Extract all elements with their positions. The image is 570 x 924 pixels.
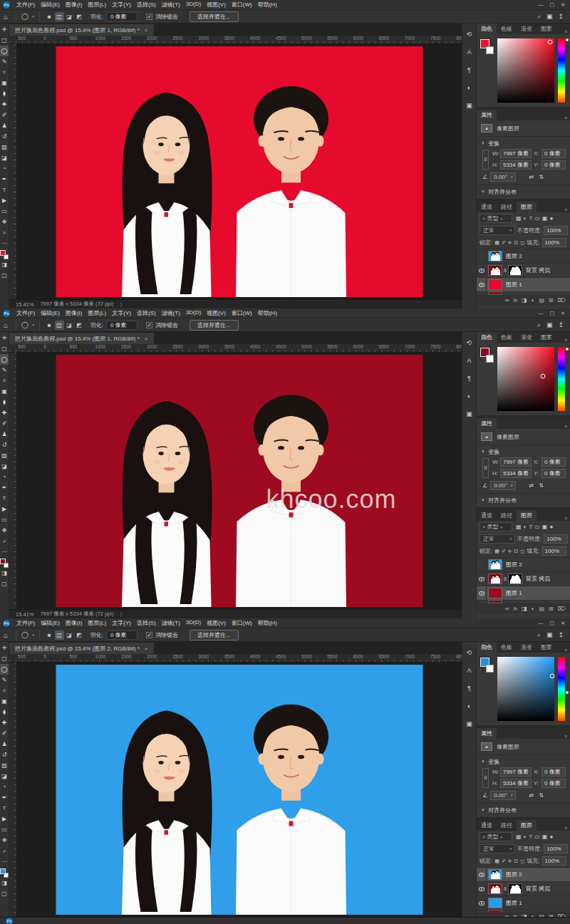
- clone-stamp-tool[interactable]: ♟: [0, 739, 9, 749]
- height-input[interactable]: 5334 像素: [500, 469, 532, 478]
- screen-mode-button[interactable]: ▢: [0, 578, 9, 589]
- status-expand-icon[interactable]: ⟩: [120, 301, 122, 308]
- tab-color-1[interactable]: 色板: [497, 332, 517, 343]
- shape-tool[interactable]: ▭: [0, 206, 9, 217]
- lock-position-icon[interactable]: ✛: [508, 549, 512, 554]
- selection-mode-button-0[interactable]: ■: [45, 12, 54, 21]
- quick-selection-tool[interactable]: ✎: [0, 56, 9, 67]
- search-icon[interactable]: ⌕: [537, 13, 541, 21]
- photo-couple-portrait[interactable]: [56, 46, 423, 297]
- lock-artboard-icon[interactable]: ⊡: [514, 240, 519, 246]
- layer-style-icon[interactable]: fx: [514, 606, 517, 611]
- hue-slider[interactable]: [558, 657, 565, 721]
- menu-item-6[interactable]: 滤镜(T): [159, 1, 183, 9]
- minimize-button[interactable]: —: [539, 311, 544, 316]
- type-tool[interactable]: T: [0, 493, 9, 504]
- eyedropper-tool[interactable]: ⧫: [0, 397, 9, 408]
- height-input[interactable]: 5334 像素: [500, 779, 532, 788]
- flip-vertical-icon[interactable]: ⇅: [539, 482, 544, 489]
- workspace-icon[interactable]: ▣: [546, 631, 553, 638]
- layer-name[interactable]: 背景 拷贝: [526, 885, 550, 893]
- tab-layers-2[interactable]: 图层: [517, 202, 537, 212]
- hue-slider-marker[interactable]: [566, 691, 569, 694]
- menu-item-1[interactable]: 编辑(E): [38, 309, 63, 317]
- menu-item-6[interactable]: 滤镜(T): [159, 619, 183, 627]
- menu-item-7[interactable]: 3D(D): [183, 619, 204, 627]
- menu-item-10[interactable]: 帮助(H): [255, 1, 280, 9]
- clone-stamp-tool[interactable]: ♟: [0, 120, 9, 131]
- new-adjustment-layer-icon[interactable]: ◐: [532, 606, 535, 612]
- crop-tool[interactable]: ⌗: [0, 67, 9, 78]
- eyedropper-tool[interactable]: ⧫: [0, 88, 9, 99]
- layer-row[interactable]: 图层 2: [477, 249, 570, 264]
- adjustments-panel-icon[interactable]: ◐: [467, 84, 471, 91]
- hand-tool[interactable]: ✥: [0, 217, 9, 227]
- status-expand-icon[interactable]: ⟩: [120, 611, 122, 618]
- layer-thumbnail[interactable]: [489, 266, 502, 275]
- lasso-tool[interactable]: ◯: [0, 46, 9, 56]
- layer-row[interactable]: 图层 1: [477, 586, 570, 601]
- filter-smart-objects-icon[interactable]: ▣: [542, 834, 548, 840]
- new-group-icon[interactable]: ▤: [539, 606, 544, 612]
- layer-name[interactable]: 背景 拷贝: [526, 575, 550, 583]
- hue-slider-marker[interactable]: [566, 348, 569, 351]
- close-button[interactable]: ✕: [561, 2, 565, 8]
- filter-adjustment-layers-icon[interactable]: ◐: [524, 215, 527, 222]
- menu-item-10[interactable]: 帮助(H): [255, 309, 280, 317]
- tab-layers-2[interactable]: 图层: [517, 510, 537, 521]
- menu-item-3[interactable]: 图层(L): [85, 619, 109, 627]
- antialias-checkbox[interactable]: ✓: [146, 322, 152, 328]
- menu-item-4[interactable]: 文字(Y): [109, 1, 134, 9]
- tab-layers-0[interactable]: 通道: [477, 202, 497, 212]
- menu-item-2[interactable]: 图像(I): [63, 309, 86, 317]
- layer-thumbnail[interactable]: [489, 870, 502, 879]
- tab-color-3[interactable]: 图案: [537, 332, 556, 343]
- selection-mode-button-2[interactable]: ◪: [65, 12, 74, 21]
- brush-tool[interactable]: ✐: [0, 728, 9, 739]
- foreground-background-swatches[interactable]: [0, 868, 9, 878]
- tab-color-2[interactable]: 渐变: [517, 24, 537, 34]
- pen-tool[interactable]: ✒: [0, 482, 9, 493]
- flip-vertical-icon[interactable]: ⇅: [539, 174, 544, 180]
- healing-brush-tool[interactable]: ✚: [0, 408, 9, 418]
- select-and-mask-button[interactable]: 选择并遮住...: [190, 11, 239, 22]
- layer-thumbnail[interactable]: [489, 884, 502, 893]
- chevron-down-icon[interactable]: ▼: [481, 808, 485, 812]
- canvas[interactable]: [17, 663, 462, 917]
- document-tab[interactable]: 照片换底色教程.psd @ 15.4% (图层 1, RGB/8#) * ×: [9, 333, 154, 344]
- opacity-input[interactable]: 100%: [544, 534, 568, 544]
- chevron-down-icon[interactable]: ▼: [481, 759, 485, 764]
- zoom-level[interactable]: 15.41%: [16, 611, 33, 618]
- lasso-tool[interactable]: ◯: [0, 664, 9, 675]
- lock-paint-icon[interactable]: ✐: [502, 858, 506, 864]
- character-panel-icon[interactable]: A: [467, 667, 471, 674]
- layer-name[interactable]: 图层 2: [506, 252, 522, 260]
- width-input[interactable]: 7997 像素: [500, 149, 532, 158]
- color-picker-marker[interactable]: [549, 674, 554, 679]
- foreground-background-swatches[interactable]: [0, 559, 9, 568]
- link-layers-icon[interactable]: ∞: [505, 913, 509, 917]
- home-icon[interactable]: ⌂: [4, 13, 8, 21]
- layer-thumbnail[interactable]: [489, 560, 502, 569]
- layer-thumbnail[interactable]: [489, 898, 502, 908]
- tab-properties[interactable]: 属性: [477, 418, 497, 429]
- tab-properties[interactable]: 属性: [477, 728, 497, 739]
- quick-selection-tool[interactable]: ✎: [0, 675, 9, 685]
- panel-menu-icon[interactable]: ≡: [564, 734, 570, 739]
- filter-type-layers-icon[interactable]: T: [529, 215, 532, 222]
- photo-couple-portrait[interactable]: [56, 665, 423, 915]
- lock-position-icon[interactable]: ✛: [508, 858, 512, 864]
- filter-shape-layers-icon[interactable]: ▭: [534, 834, 540, 840]
- new-layer-icon[interactable]: ⊞: [549, 297, 554, 303]
- home-icon[interactable]: ⌂: [4, 631, 8, 639]
- history-brush-tool[interactable]: ↺: [0, 440, 9, 450]
- menu-item-4[interactable]: 文字(Y): [109, 309, 134, 317]
- color-picker-marker[interactable]: [547, 40, 552, 45]
- quick-selection-tool[interactable]: ✎: [0, 365, 9, 375]
- layer-filter-type[interactable]: ⌕ 类型 ▾: [480, 214, 512, 223]
- panel-menu-icon[interactable]: ≡: [564, 424, 570, 429]
- brush-tool[interactable]: ✐: [0, 110, 9, 120]
- antialias-checkbox[interactable]: ✓: [146, 14, 152, 20]
- blend-mode-select[interactable]: 正常 ▾: [480, 844, 515, 853]
- clone-stamp-tool[interactable]: ♟: [0, 429, 9, 440]
